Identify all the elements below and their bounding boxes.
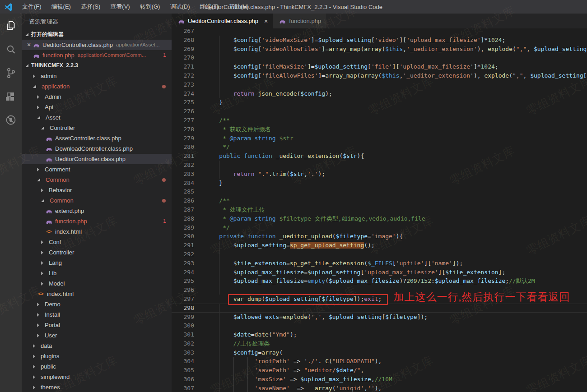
close-icon[interactable]: × <box>25 40 33 50</box>
line-number[interactable]: 283 <box>172 170 194 179</box>
line-number[interactable]: 306 <box>172 375 194 384</box>
menu-item[interactable]: 文件(F) <box>17 0 47 14</box>
tree-folder-simplewind[interactable]: simplewind <box>22 372 172 382</box>
code-line[interactable]: 298 <box>172 304 587 313</box>
line-number[interactable]: 286 <box>172 196 194 205</box>
line-number[interactable]: 301 <box>172 330 194 339</box>
code-line[interactable]: 294 $upload_max_filesize=$upload_setting… <box>172 268 587 277</box>
code-line[interactable]: 303 $config=array( <box>172 348 587 357</box>
tree-file-ueditorcontroller.class.php[interactable]: UeditorController.class.php <box>22 154 172 164</box>
tree-folder-demo[interactable]: Demo <box>22 299 172 309</box>
menu-item[interactable]: 查看(V) <box>105 0 135 14</box>
menu-item[interactable]: 帮助(H) <box>224 0 254 14</box>
code-line[interactable]: 279 * @param string $str <box>172 134 587 143</box>
menu-item[interactable]: 调试(D) <box>165 0 195 14</box>
code-line[interactable]: 278 * 获取文件后缀名 <box>172 125 587 134</box>
line-number[interactable]: 298 <box>172 304 194 312</box>
code-line[interactable]: 280 */ <box>172 143 587 152</box>
extensions-icon[interactable] <box>0 86 22 107</box>
tab-ueditorcontroller.class.php[interactable]: UeditorController.class.php× <box>172 14 273 28</box>
tree-file-index.html[interactable]: <>index.html <box>22 289 172 299</box>
code-line[interactable]: 292 <box>172 250 587 259</box>
tree-folder-admin[interactable]: Admin <box>22 92 172 102</box>
line-number[interactable]: 295 <box>172 277 194 286</box>
line-number[interactable]: 285 <box>172 187 194 196</box>
line-number[interactable]: 297 <box>172 295 194 304</box>
line-number[interactable]: 267 <box>172 28 194 36</box>
line-number[interactable]: 273 <box>172 80 194 89</box>
line-number[interactable]: 292 <box>172 250 194 259</box>
line-number[interactable]: 290 <box>172 232 194 241</box>
tree-folder-portal[interactable]: Portal <box>22 320 172 330</box>
tree-file-function.php[interactable]: function.php1 <box>22 216 172 226</box>
menu-item[interactable]: 终端(T) <box>195 0 224 14</box>
line-number[interactable]: 304 <box>172 357 194 366</box>
line-number[interactable]: 291 <box>172 241 194 250</box>
menu-item[interactable]: 选择(S) <box>76 0 105 14</box>
line-number[interactable]: 296 <box>172 286 194 295</box>
tree-folder-model[interactable]: Model <box>22 278 172 289</box>
line-number[interactable]: 303 <box>172 348 194 357</box>
line-number[interactable]: 271 <box>172 62 194 71</box>
code-line[interactable]: 302 //上传处理类 <box>172 339 587 348</box>
code-line[interactable]: 269 $config['videoAllowFiles']=array_map… <box>172 45 587 54</box>
line-number[interactable]: 268 <box>172 36 194 45</box>
code-line[interactable]: 307 'saveName' => array('uniqid',''), <box>172 384 587 392</box>
tree-folder-controller[interactable]: Controller <box>22 247 172 258</box>
line-number[interactable]: 276 <box>172 107 194 116</box>
code-line[interactable]: 277 /** <box>172 116 587 125</box>
tree-folder-application[interactable]: application <box>22 81 172 92</box>
code-line[interactable]: 285 <box>172 187 587 196</box>
line-number[interactable]: 275 <box>172 98 194 107</box>
line-number[interactable]: 293 <box>172 259 194 268</box>
project-section-header[interactable]: THINKCMFX_2.2.3 <box>22 60 172 71</box>
tree-folder-plugins[interactable]: plugins <box>22 351 172 361</box>
code-line[interactable]: 288 * @param string $filetype 文件类型,如imag… <box>172 214 587 223</box>
tree-folder-common[interactable]: Common <box>22 195 172 206</box>
code-line[interactable]: 297 var_dump($upload_setting[$filetype])… <box>172 295 587 304</box>
tab-function.php[interactable]: function.php <box>273 14 326 28</box>
code-line[interactable]: 305 'savePath' => "ueditor/$date/", <box>172 366 587 375</box>
code-line[interactable]: 272 $config['fileAllowFiles']=array_map(… <box>172 71 587 80</box>
tree-folder-install[interactable]: Install <box>22 309 172 320</box>
code-line[interactable]: 282 <box>172 161 587 170</box>
tree-folder-asset[interactable]: Asset <box>22 112 172 123</box>
tree-folder-themes[interactable]: themes <box>22 382 172 392</box>
line-number[interactable]: 299 <box>172 313 194 322</box>
debug-icon[interactable] <box>0 109 22 131</box>
line-number[interactable]: 289 <box>172 223 194 232</box>
menu-item[interactable]: 编辑(E) <box>47 0 76 14</box>
line-number[interactable]: 294 <box>172 268 194 277</box>
line-number[interactable]: 274 <box>172 89 194 98</box>
code-area[interactable]: 267268 $config['videoMaxSize']=$upload_s… <box>172 28 587 392</box>
line-number[interactable]: 284 <box>172 179 194 188</box>
code-line[interactable]: 300 <box>172 321 587 330</box>
tree-file-extend.php[interactable]: extend.php <box>22 206 172 216</box>
line-number[interactable]: 278 <box>172 125 194 134</box>
tree-folder-common[interactable]: Common <box>22 175 172 185</box>
line-number[interactable]: 300 <box>172 321 194 330</box>
open-editor-item[interactable]: function.phpapplication\Common\Comm...1 <box>22 50 172 60</box>
tree-folder-user[interactable]: User <box>22 330 172 341</box>
line-number[interactable]: 307 <box>172 384 194 392</box>
line-number[interactable]: 281 <box>172 152 194 161</box>
tree-folder-api[interactable]: Api <box>22 102 172 112</box>
code-line[interactable]: 270 <box>172 53 587 62</box>
line-number[interactable]: 277 <box>172 116 194 125</box>
code-line[interactable]: 287 * 处理文件上传 <box>172 205 587 214</box>
source-control-icon[interactable] <box>0 62 22 84</box>
code-line[interactable]: 273 <box>172 80 587 89</box>
tree-folder-data[interactable]: data <box>22 341 172 351</box>
tree-folder-behavior[interactable]: Behavior <box>22 185 172 195</box>
tree-folder-conf[interactable]: Conf <box>22 237 172 247</box>
code-line[interactable]: 276 <box>172 107 587 116</box>
line-number[interactable]: 305 <box>172 366 194 375</box>
line-number[interactable]: 288 <box>172 214 194 223</box>
code-line[interactable]: 299 $allowed_exts=explode(',', $upload_s… <box>172 313 587 322</box>
line-number[interactable]: 280 <box>172 143 194 152</box>
tree-file-downloadcontroller.class.php[interactable]: DownloadController.class.php <box>22 143 172 154</box>
tree-file-assetcontroller.class.php[interactable]: AssetController.class.php <box>22 133 172 143</box>
line-number[interactable]: 279 <box>172 134 194 143</box>
code-line[interactable]: 306 'maxSize' => $upload_max_filesize,//… <box>172 375 587 384</box>
code-line[interactable]: 281 public function _ueditor_extension($… <box>172 152 587 161</box>
